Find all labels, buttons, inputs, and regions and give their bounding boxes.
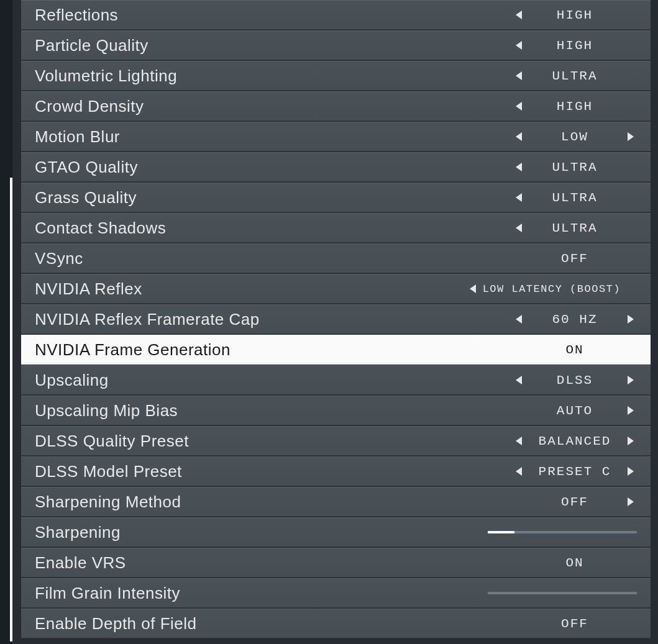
svg-marker-31 bbox=[628, 467, 634, 476]
setting-label: DLSS Quality Preset bbox=[35, 432, 475, 451]
chevron-left-icon[interactable] bbox=[467, 283, 479, 295]
setting-control bbox=[475, 531, 637, 533]
setting-value: OFF bbox=[525, 495, 624, 509]
setting-value: ULTRA bbox=[525, 69, 624, 83]
chevron-left-icon[interactable] bbox=[513, 435, 525, 447]
setting-control: HIGH bbox=[475, 8, 637, 22]
chevron-right-icon[interactable] bbox=[624, 130, 637, 143]
svg-marker-0 bbox=[516, 11, 522, 19]
setting-value: OFF bbox=[525, 252, 624, 266]
chevron-left-icon[interactable] bbox=[513, 100, 525, 112]
setting-row-particle-quality[interactable]: Particle QualityHIGH bbox=[21, 30, 651, 60]
setting-control: LOW bbox=[475, 130, 637, 144]
setting-control: ULTRA bbox=[475, 191, 637, 205]
chevron-left-icon[interactable] bbox=[513, 222, 525, 234]
setting-row-dlss-quality[interactable]: DLSS Quality PresetBALANCED bbox=[21, 426, 651, 456]
chevron-left-icon[interactable] bbox=[513, 374, 525, 386]
svg-marker-27 bbox=[628, 406, 634, 415]
film-grain-slider[interactable] bbox=[488, 592, 637, 594]
setting-value: HIGH bbox=[525, 8, 624, 22]
chevron-left-icon[interactable] bbox=[513, 9, 525, 21]
chevron-left-icon[interactable] bbox=[513, 313, 525, 325]
setting-control: LOW LATENCY (BOOST) bbox=[467, 283, 637, 295]
setting-row-vsync[interactable]: VSyncOFF bbox=[21, 243, 651, 273]
setting-row-enable-vrs[interactable]: Enable VRSON bbox=[21, 548, 651, 578]
chevron-left-icon[interactable] bbox=[513, 70, 525, 82]
setting-value: ON bbox=[525, 343, 624, 357]
settings-list: ReflectionsHIGHParticle QualityHIGHVolum… bbox=[12, 0, 658, 644]
svg-marker-24 bbox=[516, 376, 522, 384]
setting-label: Film Grain Intensity bbox=[35, 584, 475, 603]
setting-row-upscaling[interactable]: UpscalingDLSS bbox=[21, 365, 651, 395]
setting-row-nvidia-reflex[interactable]: NVIDIA ReflexLOW LATENCY (BOOST) bbox=[21, 274, 651, 304]
setting-value: AUTO bbox=[525, 404, 624, 418]
setting-value: ULTRA bbox=[525, 160, 624, 175]
setting-label: Particle Quality bbox=[35, 36, 475, 55]
setting-label: Volumetric Lighting bbox=[35, 66, 475, 86]
setting-row-crowd-density[interactable]: Crowd DensityHIGH bbox=[21, 91, 651, 121]
setting-value: BALANCED bbox=[525, 434, 624, 448]
setting-value: OFF bbox=[525, 617, 624, 631]
setting-value: ULTRA bbox=[525, 221, 624, 235]
setting-value: LOW bbox=[525, 130, 624, 144]
chevron-left-icon[interactable] bbox=[513, 39, 525, 52]
chevron-right-icon[interactable] bbox=[624, 374, 637, 386]
svg-marker-18 bbox=[470, 284, 476, 293]
setting-row-motion-blur[interactable]: Motion BlurLOW bbox=[21, 122, 651, 152]
chevron-left-icon[interactable] bbox=[513, 161, 525, 173]
svg-marker-29 bbox=[628, 437, 634, 445]
setting-row-nvidia-frame-gen[interactable]: NVIDIA Frame GenerationON bbox=[21, 335, 651, 365]
chevron-right-icon[interactable] bbox=[624, 435, 637, 447]
setting-value: ON bbox=[525, 556, 624, 570]
setting-value: PRESET C bbox=[525, 465, 624, 479]
graphics-settings-panel: ReflectionsHIGHParticle QualityHIGHVolum… bbox=[0, 0, 658, 644]
sharpening-slider[interactable] bbox=[488, 531, 637, 533]
chevron-right-icon[interactable] bbox=[624, 313, 637, 325]
setting-row-dlss-model[interactable]: DLSS Model PresetPRESET C bbox=[21, 456, 651, 486]
setting-value: DLSS bbox=[525, 373, 624, 388]
svg-marker-21 bbox=[628, 315, 634, 324]
chevron-left-icon[interactable] bbox=[513, 465, 525, 478]
chevron-left-icon[interactable] bbox=[513, 130, 525, 143]
setting-row-grass-quality[interactable]: Grass QualityULTRA bbox=[21, 183, 651, 212]
svg-marker-10 bbox=[516, 163, 522, 171]
setting-label: NVIDIA Reflex Framerate Cap bbox=[35, 310, 475, 329]
setting-row-upscaling-mip[interactable]: Upscaling Mip BiasAUTO bbox=[21, 396, 651, 425]
setting-label: Motion Blur bbox=[35, 127, 475, 147]
setting-row-volumetric-lighting[interactable]: Volumetric LightingULTRA bbox=[21, 61, 651, 91]
setting-row-film-grain[interactable]: Film Grain Intensity bbox=[21, 578, 651, 608]
setting-row-gtao-quality[interactable]: GTAO QualityULTRA bbox=[21, 152, 651, 182]
setting-row-sharpening-method[interactable]: Sharpening MethodOFF bbox=[21, 487, 651, 517]
setting-control: ON bbox=[475, 556, 637, 570]
setting-control: DLSS bbox=[475, 373, 637, 388]
setting-label: Grass Quality bbox=[35, 188, 475, 207]
setting-control: OFF bbox=[475, 617, 637, 631]
svg-marker-6 bbox=[516, 102, 522, 111]
svg-marker-20 bbox=[516, 315, 522, 324]
setting-label: NVIDIA Reflex bbox=[35, 279, 467, 299]
setting-label: Enable VRS bbox=[35, 553, 475, 573]
setting-row-reflections[interactable]: ReflectionsHIGH bbox=[21, 0, 651, 30]
setting-control: 60 HZ bbox=[475, 312, 637, 327]
slider-fill bbox=[488, 531, 514, 533]
setting-control: ULTRA bbox=[475, 69, 637, 83]
setting-label: GTAO Quality bbox=[35, 158, 475, 177]
chevron-right-icon[interactable] bbox=[624, 465, 637, 478]
setting-control: AUTO bbox=[475, 404, 637, 418]
setting-row-contact-shadows[interactable]: Contact ShadowsULTRA bbox=[21, 213, 651, 243]
setting-row-sharpening[interactable]: Sharpening bbox=[21, 517, 651, 547]
chevron-right-icon[interactable] bbox=[624, 496, 637, 508]
setting-label: Sharpening Method bbox=[35, 492, 475, 512]
setting-row-nvidia-reflex-cap[interactable]: NVIDIA Reflex Framerate Cap60 HZ bbox=[21, 304, 651, 334]
setting-value: 60 HZ bbox=[525, 312, 624, 327]
setting-label: VSync bbox=[35, 249, 475, 268]
setting-row-enable-dof[interactable]: Enable Depth of FieldOFF bbox=[21, 609, 651, 638]
setting-value: HIGH bbox=[525, 39, 624, 53]
chevron-left-icon[interactable] bbox=[513, 191, 525, 204]
setting-label: Reflections bbox=[35, 6, 475, 25]
setting-control: ON bbox=[475, 343, 637, 357]
setting-control: ULTRA bbox=[475, 160, 637, 175]
svg-marker-12 bbox=[516, 193, 522, 202]
chevron-right-icon[interactable] bbox=[624, 404, 637, 417]
svg-marker-30 bbox=[516, 467, 522, 476]
